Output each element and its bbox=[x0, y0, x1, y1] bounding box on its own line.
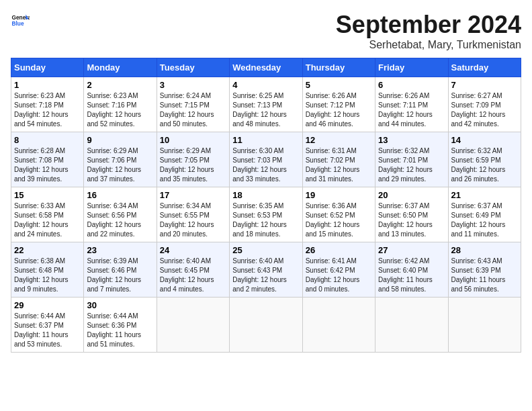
calendar-cell: 27Sunrise: 6:42 AM Sunset: 6:40 PM Dayli… bbox=[375, 242, 448, 298]
calendar-cell: 29Sunrise: 6:44 AM Sunset: 6:37 PM Dayli… bbox=[11, 298, 84, 353]
calendar-table: SundayMondayTuesdayWednesdayThursdayFrid… bbox=[11, 58, 521, 353]
day-number: 7 bbox=[451, 80, 518, 90]
calendar-cell: 3Sunrise: 6:24 AM Sunset: 7:15 PM Daylig… bbox=[157, 77, 229, 132]
day-info: Sunrise: 6:35 AM Sunset: 6:53 PM Dayligh… bbox=[232, 201, 299, 239]
day-number: 22 bbox=[14, 245, 81, 255]
day-info: Sunrise: 6:37 AM Sunset: 6:49 PM Dayligh… bbox=[451, 201, 518, 239]
day-info: Sunrise: 6:26 AM Sunset: 7:12 PM Dayligh… bbox=[306, 91, 372, 129]
day-info: Sunrise: 6:29 AM Sunset: 7:06 PM Dayligh… bbox=[87, 146, 153, 184]
calendar-subtitle: Serhetabat, Mary, Turkmenistan bbox=[336, 39, 521, 51]
day-number: 24 bbox=[160, 245, 226, 255]
day-info: Sunrise: 6:27 AM Sunset: 7:09 PM Dayligh… bbox=[451, 91, 518, 129]
logo: General Blue bbox=[11, 11, 30, 30]
weekday-header-tuesday: Tuesday bbox=[157, 58, 229, 77]
day-info: Sunrise: 6:32 AM Sunset: 7:01 PM Dayligh… bbox=[378, 146, 445, 184]
day-number: 11 bbox=[232, 135, 299, 145]
day-info: Sunrise: 6:23 AM Sunset: 7:16 PM Dayligh… bbox=[87, 91, 153, 129]
day-number: 23 bbox=[87, 245, 153, 255]
day-number: 29 bbox=[14, 300, 81, 310]
calendar-title: September 2024 bbox=[336, 11, 521, 39]
weekday-header-sunday: Sunday bbox=[11, 58, 84, 77]
calendar-cell bbox=[157, 298, 229, 353]
weekday-header-friday: Friday bbox=[375, 58, 448, 77]
day-number: 18 bbox=[232, 190, 299, 200]
calendar-cell: 5Sunrise: 6:26 AM Sunset: 7:12 PM Daylig… bbox=[302, 77, 375, 132]
calendar-cell: 8Sunrise: 6:28 AM Sunset: 7:08 PM Daylig… bbox=[11, 132, 84, 187]
day-info: Sunrise: 6:34 AM Sunset: 6:56 PM Dayligh… bbox=[87, 201, 153, 239]
calendar-cell: 28Sunrise: 6:43 AM Sunset: 6:39 PM Dayli… bbox=[448, 242, 521, 298]
svg-text:Blue: Blue bbox=[11, 20, 24, 27]
day-info: Sunrise: 6:39 AM Sunset: 6:46 PM Dayligh… bbox=[87, 257, 153, 294]
calendar-week-3: 15Sunrise: 6:33 AM Sunset: 6:58 PM Dayli… bbox=[11, 187, 521, 242]
day-info: Sunrise: 6:26 AM Sunset: 7:11 PM Dayligh… bbox=[378, 91, 445, 129]
calendar-cell: 10Sunrise: 6:29 AM Sunset: 7:05 PM Dayli… bbox=[157, 132, 229, 187]
calendar-cell: 13Sunrise: 6:32 AM Sunset: 7:01 PM Dayli… bbox=[375, 132, 448, 187]
day-number: 9 bbox=[87, 135, 153, 145]
day-info: Sunrise: 6:43 AM Sunset: 6:39 PM Dayligh… bbox=[451, 257, 518, 294]
calendar-cell: 16Sunrise: 6:34 AM Sunset: 6:56 PM Dayli… bbox=[84, 187, 157, 242]
day-number: 14 bbox=[451, 135, 518, 145]
day-info: Sunrise: 6:33 AM Sunset: 6:58 PM Dayligh… bbox=[14, 201, 81, 239]
day-number: 3 bbox=[160, 80, 226, 90]
weekday-header-row: SundayMondayTuesdayWednesdayThursdayFrid… bbox=[11, 58, 521, 77]
calendar-cell bbox=[302, 298, 375, 353]
calendar-cell: 7Sunrise: 6:27 AM Sunset: 7:09 PM Daylig… bbox=[448, 77, 521, 132]
day-info: Sunrise: 6:44 AM Sunset: 6:37 PM Dayligh… bbox=[14, 312, 81, 349]
day-number: 16 bbox=[87, 190, 153, 200]
day-number: 2 bbox=[87, 80, 153, 90]
title-area: September 2024 Serhetabat, Mary, Turkmen… bbox=[336, 11, 521, 51]
day-info: Sunrise: 6:30 AM Sunset: 7:03 PM Dayligh… bbox=[232, 146, 299, 184]
weekday-header-monday: Monday bbox=[84, 58, 157, 77]
calendar-cell: 22Sunrise: 6:38 AM Sunset: 6:48 PM Dayli… bbox=[11, 242, 84, 298]
calendar-cell: 11Sunrise: 6:30 AM Sunset: 7:03 PM Dayli… bbox=[230, 132, 302, 187]
calendar-cell bbox=[448, 298, 521, 353]
weekday-header-thursday: Thursday bbox=[302, 58, 375, 77]
calendar-cell: 21Sunrise: 6:37 AM Sunset: 6:49 PM Dayli… bbox=[448, 187, 521, 242]
header: General Blue September 2024 Serhetabat, … bbox=[11, 11, 521, 51]
calendar-cell bbox=[230, 298, 302, 353]
day-number: 28 bbox=[451, 245, 518, 255]
day-number: 21 bbox=[451, 190, 518, 200]
calendar-cell: 20Sunrise: 6:37 AM Sunset: 6:50 PM Dayli… bbox=[375, 187, 448, 242]
calendar-cell: 4Sunrise: 6:25 AM Sunset: 7:13 PM Daylig… bbox=[230, 77, 302, 132]
calendar-cell: 25Sunrise: 6:40 AM Sunset: 6:43 PM Dayli… bbox=[230, 242, 302, 298]
day-info: Sunrise: 6:44 AM Sunset: 6:36 PM Dayligh… bbox=[87, 312, 153, 349]
weekday-header-wednesday: Wednesday bbox=[230, 58, 302, 77]
day-number: 4 bbox=[232, 80, 299, 90]
day-number: 15 bbox=[14, 190, 81, 200]
calendar-week-4: 22Sunrise: 6:38 AM Sunset: 6:48 PM Dayli… bbox=[11, 242, 521, 298]
calendar-cell bbox=[375, 298, 448, 353]
day-info: Sunrise: 6:25 AM Sunset: 7:13 PM Dayligh… bbox=[232, 91, 299, 129]
calendar-week-1: 1Sunrise: 6:23 AM Sunset: 7:18 PM Daylig… bbox=[11, 77, 521, 132]
calendar-cell: 30Sunrise: 6:44 AM Sunset: 6:36 PM Dayli… bbox=[84, 298, 157, 353]
calendar-cell: 19Sunrise: 6:36 AM Sunset: 6:52 PM Dayli… bbox=[302, 187, 375, 242]
day-info: Sunrise: 6:31 AM Sunset: 7:02 PM Dayligh… bbox=[306, 146, 372, 184]
day-info: Sunrise: 6:37 AM Sunset: 6:50 PM Dayligh… bbox=[378, 201, 445, 239]
day-info: Sunrise: 6:38 AM Sunset: 6:48 PM Dayligh… bbox=[14, 257, 81, 294]
general-blue-icon: General Blue bbox=[11, 11, 30, 30]
day-number: 30 bbox=[87, 300, 153, 310]
calendar-cell: 26Sunrise: 6:41 AM Sunset: 6:42 PM Dayli… bbox=[302, 242, 375, 298]
day-info: Sunrise: 6:34 AM Sunset: 6:55 PM Dayligh… bbox=[160, 201, 226, 239]
day-info: Sunrise: 6:41 AM Sunset: 6:42 PM Dayligh… bbox=[306, 257, 372, 294]
calendar-week-2: 8Sunrise: 6:28 AM Sunset: 7:08 PM Daylig… bbox=[11, 132, 521, 187]
day-number: 8 bbox=[14, 135, 81, 145]
calendar-cell: 6Sunrise: 6:26 AM Sunset: 7:11 PM Daylig… bbox=[375, 77, 448, 132]
calendar-cell: 12Sunrise: 6:31 AM Sunset: 7:02 PM Dayli… bbox=[302, 132, 375, 187]
day-info: Sunrise: 6:24 AM Sunset: 7:15 PM Dayligh… bbox=[160, 91, 226, 129]
day-info: Sunrise: 6:42 AM Sunset: 6:40 PM Dayligh… bbox=[378, 257, 445, 294]
day-info: Sunrise: 6:36 AM Sunset: 6:52 PM Dayligh… bbox=[306, 201, 372, 239]
weekday-header-saturday: Saturday bbox=[448, 58, 521, 77]
calendar-cell: 18Sunrise: 6:35 AM Sunset: 6:53 PM Dayli… bbox=[230, 187, 302, 242]
calendar-cell: 2Sunrise: 6:23 AM Sunset: 7:16 PM Daylig… bbox=[84, 77, 157, 132]
day-info: Sunrise: 6:40 AM Sunset: 6:43 PM Dayligh… bbox=[232, 257, 299, 294]
day-number: 27 bbox=[378, 245, 445, 255]
day-number: 12 bbox=[306, 135, 372, 145]
day-info: Sunrise: 6:40 AM Sunset: 6:45 PM Dayligh… bbox=[160, 257, 226, 294]
calendar-cell: 14Sunrise: 6:32 AM Sunset: 6:59 PM Dayli… bbox=[448, 132, 521, 187]
calendar-cell: 17Sunrise: 6:34 AM Sunset: 6:55 PM Dayli… bbox=[157, 187, 229, 242]
calendar-body: 1Sunrise: 6:23 AM Sunset: 7:18 PM Daylig… bbox=[11, 77, 521, 353]
day-info: Sunrise: 6:28 AM Sunset: 7:08 PM Dayligh… bbox=[14, 146, 81, 184]
day-info: Sunrise: 6:23 AM Sunset: 7:18 PM Dayligh… bbox=[14, 91, 81, 129]
day-number: 6 bbox=[378, 80, 445, 90]
